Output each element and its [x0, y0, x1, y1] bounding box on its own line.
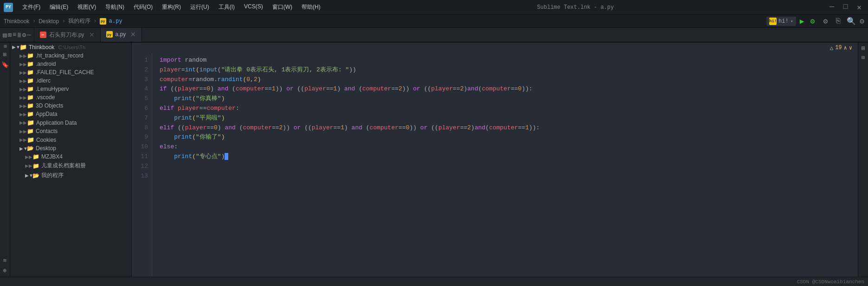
- window-controls: — □ ✕: [827, 3, 864, 12]
- code-line-4: if ((player==0) and (computer==1)) or ((…: [160, 84, 858, 94]
- code-editor: △ 19 ∧ ∨ 1 2 3 4 5 6 7 8 9 10 11 12: [132, 43, 858, 286]
- left-tool-bottom2[interactable]: ⊕: [3, 267, 7, 274]
- sidebar-item-vscode[interactable]: ▶ 📁 .vscode: [10, 93, 131, 102]
- tab-scissors-label: 石头剪刀布.py: [49, 31, 84, 39]
- idlerc-arrow: ▶: [19, 78, 25, 83]
- sidebar-item-appdata[interactable]: ▶ 📁 AppData: [10, 110, 131, 118]
- sidebar-item-lemu[interactable]: ▶ 📁 .LemuHyperv: [10, 85, 131, 93]
- sidebar-item-ht[interactable]: ▶ 📁 .ht_tracking_record: [10, 51, 131, 60]
- breadcrumb-filename[interactable]: a.py: [109, 18, 122, 25]
- warning-down-arrow[interactable]: ∨: [849, 44, 852, 51]
- menu-refactor[interactable]: 重构(R): [158, 2, 185, 12]
- sidebar-item-desktop[interactable]: ▼ 📂 Desktop: [10, 144, 131, 153]
- sidebar-toggle[interactable]: ▤: [3, 31, 6, 39]
- left-tool-bottom1[interactable]: ≡: [3, 257, 7, 264]
- line-num-1: 1: [132, 56, 148, 65]
- run-button[interactable]: ▶: [800, 17, 804, 26]
- tab-scissors-icon: ✂: [40, 32, 46, 38]
- root-folder-icon: 📁: [19, 44, 27, 51]
- 3d-label: 3D Objects: [36, 102, 63, 109]
- line-num-6: 6: [132, 104, 148, 114]
- right-tool-1[interactable]: ▤: [862, 44, 865, 51]
- breadcrumb-desktop[interactable]: Desktop: [39, 18, 59, 25]
- outdent-icon[interactable]: ≣: [17, 31, 21, 39]
- search-icon[interactable]: 🔍: [847, 17, 856, 26]
- breadcrumb-myprogram[interactable]: 我的程序: [68, 17, 90, 25]
- plugin-icon2[interactable]: ⚙: [821, 17, 830, 26]
- menu-navigate[interactable]: 导航(N): [102, 2, 128, 12]
- sidebar-item-failedcache[interactable]: ▶ 📁 .FAILED_FILE_CACHE: [10, 68, 131, 76]
- sidebar-item-contacts[interactable]: ▶ 📁 Contacts: [10, 127, 131, 135]
- menu-tools[interactable]: 工具(I): [215, 2, 238, 12]
- tab-apy-icon: py: [106, 31, 113, 38]
- tab-apy-close[interactable]: ✕: [130, 31, 136, 38]
- sidebar-item-3d[interactable]: ▶ 📁 3D Objects: [10, 102, 131, 110]
- tab-bar: ▤ ⊞ ≡ ≣ ⚙ — ✂ 石头剪刀布.py ✕ py a.py ✕: [0, 28, 868, 43]
- tab-scissors[interactable]: ✂ 石头剪刀布.py ✕: [34, 28, 101, 42]
- code-line-6: elif player==computer:: [160, 104, 858, 114]
- maximize-button[interactable]: □: [841, 3, 851, 12]
- myprogram-folder-icon: 📂: [32, 172, 39, 179]
- sidebar-item-android[interactable]: ▶ 📁 .android: [10, 60, 131, 68]
- android-folder-icon: 📁: [27, 61, 34, 67]
- tab-scissors-close[interactable]: ✕: [89, 31, 95, 38]
- sidebar-item-appdata2[interactable]: ▶ 📁 Application Data: [10, 118, 131, 127]
- settings-icon[interactable]: ⚙: [860, 17, 864, 26]
- breadcrumb-file-icon: py: [100, 18, 106, 25]
- breadcrumb-thinkbook[interactable]: Thinkbook: [4, 18, 29, 25]
- minimize-button[interactable]: —: [827, 3, 837, 12]
- collapse-icon[interactable]: —: [27, 31, 31, 38]
- breadcrumb-sep1: ›: [32, 18, 36, 25]
- main-layout: ≡ ⊞ 🔖 ≡ ⊕ ↑ ▼ 📁 Thinkbook C:\Users\Th ▶ …: [0, 43, 868, 286]
- menu-view[interactable]: 视图(V): [74, 2, 100, 12]
- sidebar-item-cookies[interactable]: ▶ 📁 Cookies: [10, 135, 131, 144]
- myprogram-label: 我的程序: [41, 172, 64, 179]
- vscode-arrow: ▶: [19, 95, 25, 100]
- android-arrow: ▶: [19, 62, 25, 67]
- user-badge[interactable]: hi! hi! ▾: [766, 17, 796, 26]
- ht-folder-icon: 📁: [27, 52, 34, 59]
- menu-help[interactable]: 帮助(H): [298, 2, 324, 12]
- plugin-green-icon[interactable]: ⚙: [808, 17, 817, 26]
- menu-window[interactable]: 窗口(W): [269, 2, 296, 12]
- status-text: CSDN @CSDNwoaibianchen: [797, 279, 864, 285]
- settings-cog[interactable]: ⚙: [22, 31, 26, 39]
- plugin-icon3[interactable]: ⎘: [834, 17, 843, 26]
- warning-up-arrow[interactable]: ∧: [844, 44, 847, 51]
- vscode-folder-icon: 📁: [27, 94, 34, 101]
- right-tool-2[interactable]: ⊞: [862, 54, 865, 61]
- idlerc-label: .idlerc: [36, 77, 51, 84]
- code-line-5: print("你真棒"): [160, 94, 858, 104]
- appdata2-folder-icon: 📁: [27, 119, 34, 126]
- menu-vcs[interactable]: VCS(S): [240, 2, 267, 12]
- desktop-arrow: ▼: [19, 146, 25, 151]
- left-tool-2[interactable]: ⊞: [3, 51, 7, 58]
- sidebar-item-mzj[interactable]: ▶ 📁 MZJBX4: [10, 153, 131, 161]
- menu-edit[interactable]: 编辑(E): [46, 2, 72, 12]
- mzj-label: MZJBX4: [41, 153, 63, 160]
- sidebar-root[interactable]: ▼ 📁 Thinkbook C:\Users\Th: [10, 43, 131, 51]
- sidebar-item-myprogram[interactable]: ▼ 📂 我的程序: [10, 171, 131, 180]
- code-line-12: [160, 162, 858, 172]
- breadcrumb-sep3: ›: [93, 18, 97, 25]
- tab-apy[interactable]: py a.py ✕: [101, 28, 142, 42]
- code-content[interactable]: import random player=int(input("请出拳 0表示石…: [152, 53, 858, 286]
- code-line-9: print("你输了"): [160, 133, 858, 142]
- user-label: hi!: [778, 18, 789, 25]
- mzj-arrow: ▶: [25, 154, 31, 159]
- failedcache-label: .FAILED_FILE_CACHE: [36, 69, 94, 76]
- sidebar-item-child[interactable]: ▶ 📁 儿童成长档案相册: [10, 161, 131, 171]
- android-label: .android: [36, 61, 56, 67]
- left-tool-1[interactable]: ≡: [1, 44, 8, 48]
- menu-file[interactable]: 文件(F): [19, 2, 44, 12]
- indent-icon[interactable]: ≡: [13, 31, 16, 38]
- contacts-folder-icon: 📁: [27, 128, 34, 134]
- sidebar-item-idlerc[interactable]: ▶ 📁 .idlerc: [10, 76, 131, 85]
- close-button[interactable]: ✕: [854, 3, 864, 12]
- layout-icon[interactable]: ⊞: [7, 31, 11, 39]
- menu-run[interactable]: 运行(U): [186, 2, 213, 12]
- warning-indicator[interactable]: △ 19 ∧ ∨: [830, 44, 852, 51]
- lemu-folder-icon: 📁: [27, 86, 34, 92]
- left-tool-bookmark[interactable]: 🔖: [1, 61, 9, 69]
- menu-code[interactable]: 代码(O): [130, 2, 156, 12]
